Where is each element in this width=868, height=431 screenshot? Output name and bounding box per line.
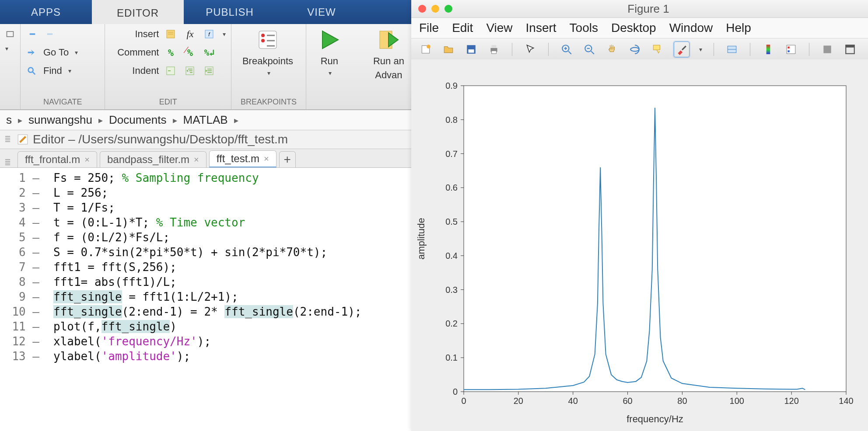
menu-tools[interactable]: Tools — [570, 21, 598, 35]
find-icon[interactable] — [24, 63, 39, 78]
comment-label[interactable]: Comment — [108, 47, 159, 58]
line-number: 9 – — [0, 289, 39, 304]
menu-desktop[interactable]: Desktop — [611, 21, 656, 35]
rotate3d-icon[interactable] — [628, 43, 641, 56]
colorbar-icon[interactable] — [762, 43, 775, 56]
code-line[interactable]: L = 256; — [53, 185, 411, 200]
save-icon[interactable] — [465, 43, 478, 56]
goto-label[interactable]: Go To — [43, 47, 69, 58]
code-line[interactable]: S = 0.7*sin(2*pi*50*t) + sin(2*pi*70*t); — [53, 245, 411, 260]
open-icon[interactable] — [442, 43, 455, 56]
legend-icon[interactable] — [784, 43, 798, 56]
file-tab[interactable]: fft_frontal.m× — [18, 151, 97, 167]
breadcrumb-item[interactable]: MATLAB — [183, 113, 228, 127]
ribbon-group-navigate: Go To ▾ Find ▾ NAVIGATE — [21, 24, 105, 109]
find-label[interactable]: Find — [43, 65, 62, 76]
indent-label[interactable]: Indent — [108, 65, 159, 76]
goto-dropdown-icon[interactable]: ▾ — [75, 49, 78, 56]
zoom-window-button[interactable] — [444, 5, 452, 13]
insert-section-icon[interactable] — [163, 27, 178, 42]
indent-decrease-icon[interactable] — [202, 63, 217, 78]
insert-dropdown-icon[interactable]: ▾ — [223, 31, 226, 38]
svg-line-31 — [591, 51, 594, 54]
pan-icon[interactable] — [606, 43, 619, 56]
back-arrow-icon[interactable] — [24, 27, 39, 42]
svg-rect-0 — [7, 31, 14, 37]
code-line[interactable]: fft1= abs(fft1)/L; — [53, 275, 411, 289]
new-file-button[interactable]: + — [279, 151, 296, 167]
file-tab[interactable]: bandpass_filter.m× — [100, 151, 206, 167]
menu-edit[interactable]: Edit — [452, 21, 473, 35]
code-line[interactable]: t = (0:L-1)*T; % Time vector — [53, 215, 411, 230]
zoom-in-icon[interactable] — [560, 43, 573, 56]
close-icon[interactable]: × — [84, 155, 90, 165]
traffic-lights — [411, 5, 459, 13]
find-dropdown-icon[interactable]: ▾ — [68, 67, 71, 74]
code-line[interactable]: f = (0:L/2)*Fs/L; — [53, 230, 411, 245]
ytick-label: 0 — [453, 387, 458, 396]
toolbar-separator — [750, 43, 750, 56]
ytick-label: 0.2 — [445, 319, 458, 328]
menu-file[interactable]: File — [419, 21, 439, 35]
code-line[interactable]: fft_single(2:end-1) = 2* fft_single(2:en… — [53, 304, 411, 319]
zoom-out-icon[interactable] — [583, 43, 596, 56]
code-editor[interactable]: 1 –2 –3 –4 –5 –6 –7 –8 –9 –10 –11 –12 –1… — [0, 168, 411, 431]
wrap-comment-icon[interactable]: %↲ — [202, 45, 217, 60]
run-dropdown-icon[interactable]: ▾ — [329, 70, 332, 76]
code-line[interactable]: ylabel('amplitude'); — [53, 349, 411, 364]
run-button[interactable]: Run ▾ — [310, 27, 349, 76]
figure-titlebar[interactable]: Figure 1 — [411, 0, 868, 18]
toolbar-separator — [512, 43, 512, 56]
ribbon-tab-view[interactable]: VIEW — [276, 0, 368, 24]
dropdown-icon[interactable]: ▾ — [5, 45, 8, 52]
breadcrumb-item[interactable]: Documents — [109, 113, 167, 127]
datatip-icon[interactable] — [651, 43, 664, 56]
breadcrumb-item[interactable]: s — [6, 113, 12, 127]
code-line[interactable]: T = 1/Fs; — [53, 200, 411, 215]
indent-increase-icon[interactable] — [182, 63, 197, 78]
menu-help[interactable]: Help — [726, 21, 751, 35]
insert-variable-icon[interactable]: f — [202, 27, 217, 42]
file-tab[interactable]: fft_test.m× — [209, 150, 276, 167]
insert-fx-icon[interactable]: fx — [182, 27, 197, 42]
hide-tools-icon[interactable] — [821, 43, 834, 56]
code-line[interactable]: plot(f,fft_single) — [53, 319, 411, 334]
goto-icon[interactable] — [24, 45, 39, 60]
breadcrumb-item[interactable]: sunwangshu — [28, 113, 92, 127]
indent-smart-icon[interactable] — [163, 63, 178, 78]
dock-icon[interactable] — [844, 43, 857, 56]
close-icon[interactable]: × — [264, 154, 269, 164]
new-figure-icon[interactable] — [419, 43, 432, 56]
pointer-icon[interactable] — [524, 43, 537, 56]
close-window-button[interactable] — [418, 5, 426, 13]
code-line[interactable]: fft1 = fft(S,256); — [53, 260, 411, 275]
dropdown-icon[interactable]: ▾ — [699, 46, 702, 53]
file-tab-bar: ≣ fft_frontal.m× bandpass_filter.m× fft_… — [0, 149, 411, 168]
code-line[interactable]: xlabel('frequency/Hz'); — [53, 334, 411, 349]
uncomment-icon[interactable]: %⁄ — [182, 45, 197, 60]
menu-window[interactable]: Window — [669, 21, 713, 35]
menu-view[interactable]: View — [486, 21, 512, 35]
menu-insert[interactable]: Insert — [526, 21, 556, 35]
chevron-right-icon: ▸ — [173, 115, 177, 125]
insert-label[interactable]: Insert — [108, 28, 159, 40]
code-body[interactable]: Fs = 250; % Sampling frequencyL = 256;T … — [45, 168, 411, 431]
ribbon-tab-publish[interactable]: PUBLISH — [184, 0, 276, 24]
close-icon[interactable]: × — [194, 155, 199, 165]
print-icon[interactable] — [487, 43, 500, 56]
ribbon-group-breakpoints-label: BREAKPOINTS — [235, 96, 302, 109]
forward-arrow-icon[interactable] — [43, 27, 58, 42]
run-advance-button[interactable]: Run an Advan — [360, 27, 411, 81]
code-line[interactable]: fft_single = fft1(1:L/2+1); — [53, 289, 411, 304]
code-line[interactable]: Fs = 250; % Sampling frequency — [53, 170, 411, 185]
breakpoints-dropdown-icon[interactable]: ▾ — [267, 70, 270, 76]
toolbar-separator — [809, 43, 809, 56]
comment-icon[interactable]: % — [163, 45, 178, 60]
ribbon-tab-apps[interactable]: APPS — [0, 0, 92, 24]
unknown-icon[interactable] — [4, 27, 17, 42]
ribbon-tab-editor[interactable]: EDITOR — [92, 0, 184, 24]
link-icon[interactable] — [725, 43, 738, 56]
brush-icon[interactable] — [674, 42, 690, 57]
breakpoints-button[interactable]: Breakpoints ▾ — [235, 27, 301, 76]
minimize-window-button[interactable] — [431, 5, 439, 13]
